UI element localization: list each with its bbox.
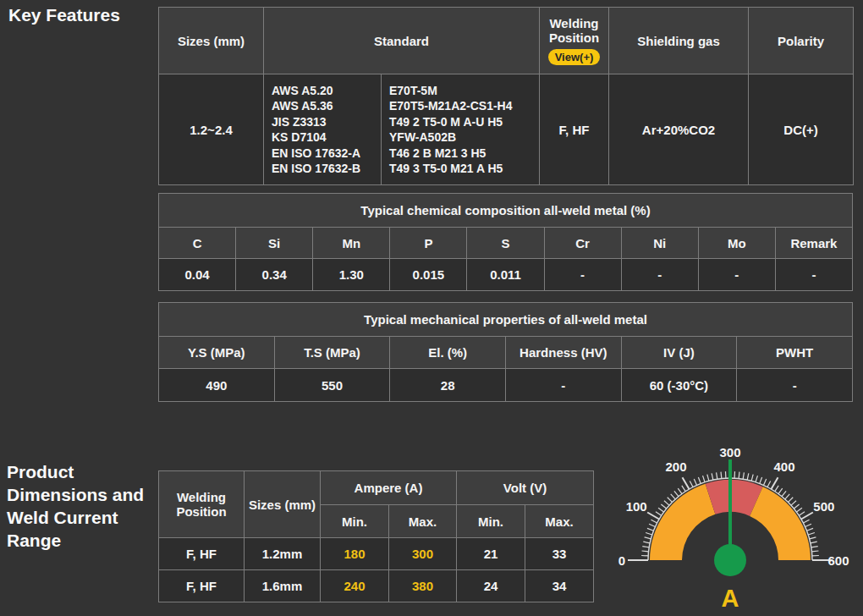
standard-list-classifications: E70T-5M E70T5-M21A2-CS1-H4 T49 2 T5-0 M … [382,74,540,185]
current-volt-min: 24 [457,570,525,602]
gauge-tick [789,498,794,503]
gauge-tick [760,477,762,483]
gauge-tick [694,479,696,485]
mech-value: 490 [159,369,275,402]
mech-value: 60 (-30°C) [621,369,737,402]
view-expand-button[interactable]: View(+) [548,49,601,65]
current-welding-position: F, HF [159,538,245,570]
gauge-tick [782,491,786,496]
gauge-tick [649,524,655,526]
mech-value: - [737,369,853,402]
spec-polarity-value: DC(+) [749,74,854,185]
chem-header: C [159,228,236,259]
gauge-tick [664,501,669,505]
gauge-tick-label: 0 [618,553,625,568]
chem-table-title: Typical chemical composition all-weld me… [159,194,853,228]
chem-header: Mo [698,228,775,259]
current-header-volt: Volt (V) [457,471,594,505]
gauge-tick [808,533,815,535]
current-amp-max: 300 [389,538,457,570]
chem-header: Remark [775,228,852,259]
spec-header-standard: Standard [264,8,540,74]
current-welding-position: F, HF [159,570,245,602]
gauge-tick [743,472,744,479]
standard-list-designations: AWS A5.20 AWS A5.36 JIS Z3313 KS D7104 E… [264,74,382,185]
product-dimensions-heading: Product Dimensions and Weld Current Rang… [7,460,156,552]
chem-header: Mn [313,228,390,259]
gauge-tick [643,542,650,543]
chem-value: 0.34 [236,259,313,291]
gauge-tick [668,498,673,503]
standard-item: EN ISO 17632-B [272,161,376,177]
gauge-tick [785,494,789,499]
gauge-tick [682,486,685,492]
standard-item: KS D7104 [272,129,376,146]
gauge-tick [799,512,805,515]
gauge-tick [678,488,682,493]
gauge-tick-label: 200 [665,459,686,474]
gauge-tick-label: 400 [773,459,794,474]
gauge-svg: 0100200300400500600A [607,440,863,616]
current-amp-min: 240 [321,570,389,602]
standard-item: EN ISO 17632-A [272,146,376,162]
gauge-tick [778,488,783,493]
gauge-tick [791,501,796,505]
standard-item: YFW-A502B [389,129,534,146]
mech-value: 550 [274,369,390,402]
gauge-tick [811,551,818,552]
gauge-tick [794,504,799,509]
mech-header: Hardness (HV) [505,337,621,369]
gauge-tick [712,473,713,480]
gauge-tick [651,520,657,523]
gauge-tick [647,528,653,531]
standard-item: T49 2 T5-0 M A-U H5 [389,114,534,130]
gauge-tick [810,537,816,539]
mech-value: 28 [390,369,506,402]
key-features-heading: Key Features [8,3,120,26]
spec-header-shielding-gas: Shielding gas [609,8,749,74]
current-volt-min: 21 [457,538,525,570]
current-header-amp-max: Max. [389,505,457,538]
gauge-tick [747,473,749,480]
chem-value: - [698,259,775,291]
gauge-zone [650,484,715,560]
gauge-tick-label: 500 [813,499,834,514]
gauge-tick [811,547,818,547]
spec-header-sizes: Sizes (mm) [159,8,264,74]
gauge-tick [717,472,717,479]
chem-header: Ni [621,228,698,259]
chem-value: 1.30 [313,259,390,291]
chem-value: 0.011 [467,259,544,291]
gauge-tick [658,508,663,512]
current-size: 1.2mm [245,538,321,570]
current-header-sizes: Sizes (mm) [245,471,321,538]
chem-value: - [621,259,698,291]
gauge-tick [739,472,739,479]
mech-header: El. (%) [390,337,506,369]
gauge-tick [721,472,722,479]
standard-item: JIS Z3313 [272,114,376,130]
gauge-tick [807,528,813,531]
chem-value: 0.04 [159,259,236,291]
gauge-tick [707,475,709,481]
gauge-tick [763,479,766,485]
gauge-tick [703,476,705,482]
current-header-volt-max: Max. [525,505,594,538]
gauge-tick [642,547,649,547]
gauge-tick [645,537,651,539]
gauge-tick [805,524,811,526]
weld-current-range-table: Welding Position Sizes (mm) Ampere (A) V… [158,470,594,602]
gauge-zone [750,487,811,560]
current-volt-max: 34 [525,570,594,602]
mech-header: T.S (MPa) [274,337,390,369]
spec-table: Sizes (mm) Standard Welding Position Vie… [158,7,854,185]
spec-header-polarity: Polarity [749,8,854,74]
chem-header: Si [236,228,313,259]
standard-item: T49 3 T5-0 M21 A H5 [389,161,534,177]
gauge-tick [796,508,801,512]
current-volt-max: 33 [525,538,594,570]
mech-value: - [505,369,621,402]
gauge-tick [803,520,809,523]
chem-header: S [467,228,544,259]
ampere-range-gauge: 0100200300400500600A [607,440,863,616]
